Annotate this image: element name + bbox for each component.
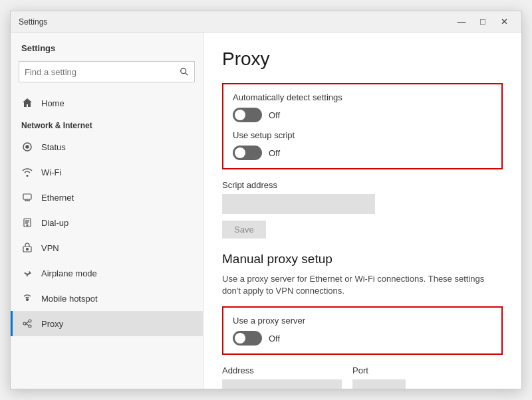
airplane-icon: [21, 267, 33, 279]
sidebar: Settings Home Network & Internet: [11, 33, 203, 389]
sidebar-label-airplane: Airplane mode: [41, 268, 97, 278]
port-block: Port: [352, 365, 406, 389]
page-title: Proxy: [222, 49, 503, 70]
section-label: Network & Internet: [11, 116, 203, 134]
search-box[interactable]: [19, 61, 195, 82]
content-area: Settings Home Network & Internet: [11, 33, 521, 389]
script-address-input[interactable]: [222, 194, 375, 214]
sidebar-item-ethernet[interactable]: Ethernet: [11, 185, 203, 210]
sidebar-item-proxy[interactable]: Proxy: [11, 311, 203, 336]
svg-rect-4: [23, 194, 31, 199]
use-proxy-label: Use a proxy server: [233, 316, 492, 326]
close-button[interactable]: ✕: [495, 15, 513, 29]
sidebar-label-ethernet: Ethernet: [41, 193, 74, 203]
address-input[interactable]: [222, 379, 342, 389]
sidebar-item-status[interactable]: Status: [11, 134, 203, 159]
main-content: Proxy Automatically detect settings Off …: [203, 33, 521, 389]
setup-script-toggle[interactable]: [233, 146, 262, 160]
sidebar-item-wifi[interactable]: Wi-Fi: [11, 159, 203, 185]
use-proxy-toggle-text: Off: [269, 334, 280, 344]
search-input[interactable]: [25, 67, 180, 77]
minimize-button[interactable]: —: [452, 15, 471, 29]
search-icon: [180, 67, 189, 76]
address-block: Address: [222, 365, 342, 389]
setup-script-toggle-text: Off: [269, 148, 280, 158]
sidebar-title: Settings: [11, 33, 203, 58]
use-proxy-row: Off: [233, 331, 492, 346]
sidebar-item-dialup[interactable]: Dial-up: [11, 210, 203, 235]
sidebar-item-airplane[interactable]: Airplane mode: [11, 260, 203, 286]
sidebar-item-home[interactable]: Home: [11, 90, 203, 116]
use-proxy-toggle[interactable]: [233, 331, 262, 346]
svg-line-20: [26, 322, 29, 324]
sidebar-label-hotspot: Mobile hotspot: [41, 294, 98, 304]
sidebar-label-wifi: Wi-Fi: [41, 167, 61, 177]
sidebar-label-home: Home: [41, 98, 65, 108]
hotspot-icon: [21, 292, 33, 304]
auto-detect-label: Automatically detect settings: [233, 92, 492, 102]
save-button[interactable]: Save: [222, 221, 266, 239]
window-controls: — □ ✕: [452, 15, 513, 29]
wifi-icon: [21, 166, 33, 178]
svg-point-0: [181, 68, 186, 74]
svg-point-10: [27, 225, 28, 226]
auto-detect-toggle[interactable]: [233, 108, 262, 122]
sidebar-item-vpn[interactable]: VPN: [11, 235, 203, 260]
auto-proxy-section: Automatically detect settings Off Use se…: [222, 83, 503, 169]
maximize-button[interactable]: □: [473, 15, 492, 29]
sidebar-item-hotspot[interactable]: Mobile hotspot: [11, 286, 203, 311]
dialup-icon: [21, 217, 33, 229]
svg-point-15: [27, 249, 29, 250]
sidebar-label-status: Status: [41, 142, 66, 152]
manual-proxy-title: Manual proxy setup: [222, 252, 503, 266]
script-address-label: Script address: [222, 180, 503, 190]
svg-line-1: [186, 73, 188, 76]
address-port-row: Address Port: [222, 365, 503, 389]
port-label: Port: [352, 365, 406, 375]
svg-line-21: [26, 324, 29, 326]
use-proxy-section: Use a proxy server Off: [222, 306, 503, 355]
status-icon: [21, 141, 33, 153]
sidebar-label-dialup: Dial-up: [41, 218, 68, 228]
auto-detect-row: Off: [233, 108, 492, 122]
manual-proxy-description: Use a proxy server for Ethernet or Wi-Fi…: [222, 273, 501, 297]
setup-script-label: Use setup script: [233, 130, 492, 140]
title-bar: Settings — □ ✕: [11, 11, 521, 33]
svg-point-19: [29, 325, 31, 328]
proxy-icon: [21, 318, 33, 330]
vpn-icon: [21, 242, 33, 254]
svg-point-16: [27, 299, 29, 301]
sidebar-label-vpn: VPN: [41, 243, 59, 253]
auto-detect-toggle-text: Off: [269, 110, 280, 120]
window-title: Settings: [19, 17, 47, 27]
sidebar-label-proxy: Proxy: [41, 319, 63, 329]
setup-script-row: Off: [233, 146, 492, 160]
port-input[interactable]: [352, 379, 406, 389]
ethernet-icon: [21, 191, 33, 203]
svg-point-3: [26, 146, 29, 148]
svg-point-17: [23, 322, 26, 325]
settings-window: Settings — □ ✕ Settings Home: [10, 11, 522, 389]
svg-point-18: [29, 320, 31, 322]
address-label: Address: [222, 365, 342, 375]
home-icon: [21, 97, 33, 109]
